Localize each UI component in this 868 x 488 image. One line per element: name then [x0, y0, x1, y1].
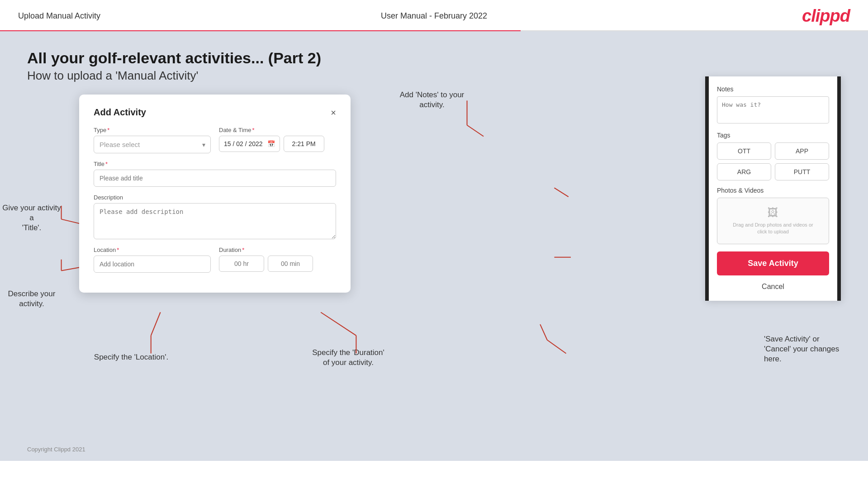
annotation-location: Specify the 'Location'. [93, 352, 170, 362]
clippd-logo: clippd [802, 6, 850, 26]
photo-icon: 🖼 [722, 206, 824, 219]
time-input[interactable]: 2:21 PM [284, 136, 324, 152]
notes-input[interactable] [717, 96, 829, 123]
main-content: All your golf-relevant activities... (Pa… [0, 31, 868, 461]
type-datetime-row: Type* Please select ▾ Date & Time* 15 / … [94, 127, 336, 153]
description-input[interactable] [94, 203, 336, 239]
svg-line-11 [321, 312, 356, 335]
tag-app[interactable]: APP [775, 142, 829, 160]
page-title-left: Upload Manual Activity [18, 11, 100, 21]
title-input[interactable] [94, 170, 336, 187]
photos-section-label: Photos & Videos [717, 187, 829, 194]
svg-line-14 [554, 188, 568, 197]
description-label: Description [94, 194, 336, 201]
annotation-save-cancel: 'Save Activity' or'Cancel' your changesh… [764, 334, 863, 364]
location-duration-row: Location* Duration* [94, 246, 336, 273]
annotation-title: Give your activity a'Title'. [0, 203, 63, 233]
cancel-button[interactable]: Cancel [717, 281, 829, 293]
tag-arg[interactable]: ARG [717, 163, 771, 180]
app-panel: Notes Tags OTT APP ARG PUTT Photos & Vid… [705, 76, 841, 301]
location-label: Location* [94, 246, 211, 253]
tag-ott[interactable]: OTT [717, 142, 771, 160]
page-title-center: User Manual - February 2022 [381, 11, 487, 21]
datetime-label: Date & Time* [219, 127, 336, 133]
tags-grid: OTT APP ARG PUTT [717, 142, 829, 180]
photos-placeholder-text: Drag and Drop photos and videos orclick … [722, 222, 824, 236]
duration-label: Duration* [219, 246, 336, 253]
footer-copyright: Copyright Clippd 2021 [27, 446, 85, 453]
type-select-wrapper: Please select ▾ [94, 136, 211, 153]
svg-line-13 [467, 125, 484, 137]
svg-line-9 [151, 312, 161, 335]
annotation-description: Describe youractivity. [0, 289, 63, 309]
location-input[interactable] [94, 256, 211, 273]
type-select[interactable]: Please select [94, 136, 211, 153]
dialog-header: Add Activity × [94, 107, 336, 118]
close-button[interactable]: × [331, 108, 336, 117]
description-group: Description [94, 194, 336, 239]
type-label: Type* [94, 127, 211, 133]
date-time-row: 15 / 02 / 2022 📅 2:21 PM [219, 136, 336, 152]
save-activity-button[interactable]: Save Activity [717, 251, 829, 275]
dialog-title: Add Activity [94, 107, 146, 118]
main-heading: All your golf-relevant activities... (Pa… [27, 49, 841, 67]
notes-section-label: Notes [717, 85, 829, 93]
svg-line-17 [547, 340, 566, 354]
title-group: Title* [94, 161, 336, 187]
title-label: Title* [94, 161, 336, 167]
top-bar: Upload Manual Activity User Manual - Feb… [0, 0, 868, 30]
tag-putt[interactable]: PUTT [775, 163, 829, 180]
duration-row [219, 256, 336, 272]
annotation-duration: Specify the 'Duration'of your activity. [303, 348, 394, 368]
type-group: Type* Please select ▾ [94, 127, 211, 153]
calendar-icon: 📅 [267, 140, 275, 147]
tags-section-label: Tags [717, 132, 829, 139]
svg-line-16 [540, 324, 547, 340]
duration-group: Duration* [219, 246, 336, 273]
duration-hr-input[interactable] [219, 256, 264, 272]
duration-min-input[interactable] [268, 256, 313, 272]
datetime-group: Date & Time* 15 / 02 / 2022 📅 2:21 PM [219, 127, 336, 153]
location-group: Location* [94, 246, 211, 273]
date-value: 15 / 02 / 2022 [224, 140, 263, 147]
date-input[interactable]: 15 / 02 / 2022 📅 [219, 136, 280, 152]
photos-upload-area[interactable]: 🖼 Drag and Drop photos and videos orclic… [717, 198, 829, 244]
add-activity-dialog: Add Activity × Type* Please select ▾ Dat… [79, 95, 351, 293]
annotation-notes: Add 'Notes' to youractivity. [387, 90, 477, 110]
